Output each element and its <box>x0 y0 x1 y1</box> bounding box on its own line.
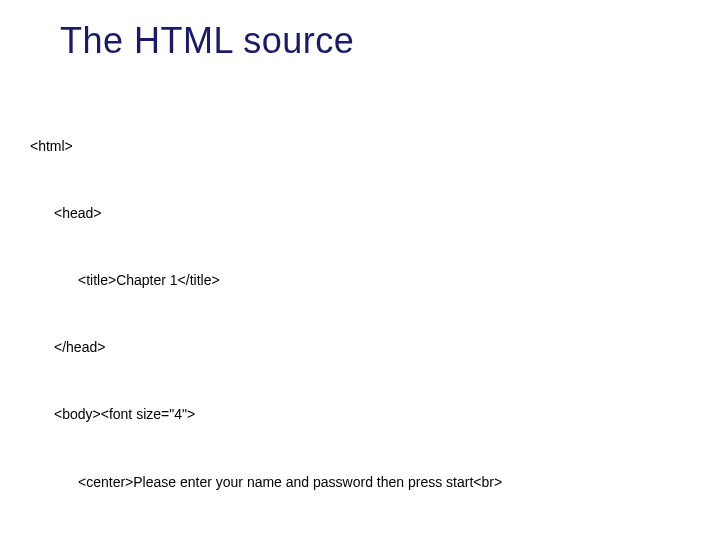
slide-title: The HTML source <box>60 20 690 62</box>
code-line: <html> <box>30 135 690 157</box>
code-line: <body><font size="4"> <box>54 403 690 425</box>
code-line: <center>Please enter your name and passw… <box>78 471 690 493</box>
code-block: <html> <head> <title>Chapter 1</title> <… <box>30 90 690 540</box>
code-line: <head> <box>54 202 690 224</box>
code-line: </head> <box>54 336 690 358</box>
code-line: <title>Chapter 1</title> <box>78 269 690 291</box>
